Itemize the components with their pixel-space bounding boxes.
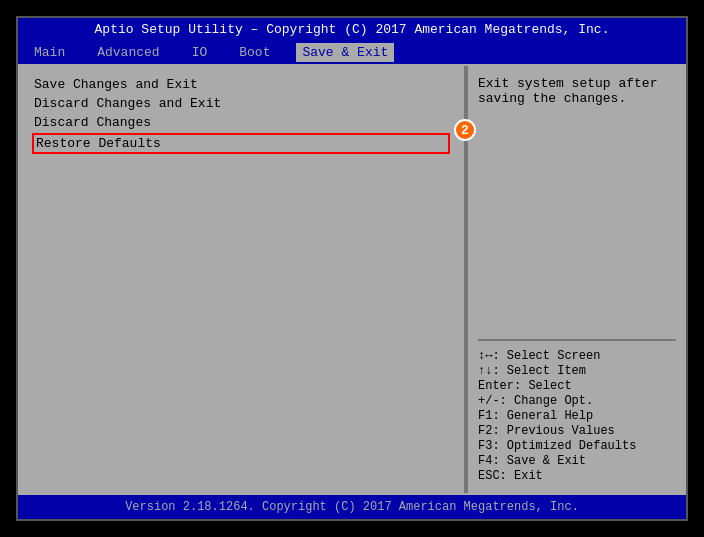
option-discard-changes-exit[interactable]: Discard Changes and Exit	[32, 95, 450, 112]
menu-bar: Main Advanced IO Boot Save & Exit	[18, 41, 686, 66]
legend-select-item: ↑↓: Select Item	[478, 364, 676, 378]
legend: ↕↔: Select Screen ↑↓: Select Item Enter:…	[478, 339, 676, 483]
menu-main[interactable]: Main	[28, 43, 71, 62]
legend-change-opt: +/-: Change Opt.	[478, 394, 676, 408]
option-discard-changes[interactable]: Discard Changes	[32, 114, 450, 131]
option-save-changes-exit[interactable]: Save Changes and Exit	[32, 76, 450, 93]
legend-f4: F4: Save & Exit	[478, 454, 676, 468]
menu-io[interactable]: IO	[186, 43, 214, 62]
content-area: Save Changes and Exit Discard Changes an…	[18, 66, 686, 493]
title-bar: Aptio Setup Utility – Copyright (C) 2017…	[18, 18, 686, 41]
footer: Version 2.18.1264. Copyright (C) 2017 Am…	[18, 493, 686, 519]
legend-enter: Enter: Select	[478, 379, 676, 393]
footer-text: Version 2.18.1264. Copyright (C) 2017 Am…	[125, 500, 579, 514]
legend-f3: F3: Optimized Defaults	[478, 439, 676, 453]
option-restore-defaults[interactable]: Restore Defaults 2	[32, 133, 450, 154]
menu-advanced[interactable]: Advanced	[91, 43, 165, 62]
title-text: Aptio Setup Utility – Copyright (C) 2017…	[95, 22, 610, 37]
legend-esc: ESC: Exit	[478, 469, 676, 483]
right-panel: Exit system setup after saving the chang…	[466, 66, 686, 493]
annotation-2: 2	[454, 119, 476, 141]
legend-f2: F2: Previous Values	[478, 424, 676, 438]
legend-select-screen: ↕↔: Select Screen	[478, 349, 676, 363]
bios-container: Aptio Setup Utility – Copyright (C) 2017…	[16, 16, 688, 521]
menu-save-exit[interactable]: Save & Exit	[296, 43, 394, 62]
legend-f1: F1: General Help	[478, 409, 676, 423]
menu-boot[interactable]: Boot	[233, 43, 276, 62]
help-text: Exit system setup after saving the chang…	[478, 76, 676, 156]
left-panel: Save Changes and Exit Discard Changes an…	[18, 66, 466, 493]
